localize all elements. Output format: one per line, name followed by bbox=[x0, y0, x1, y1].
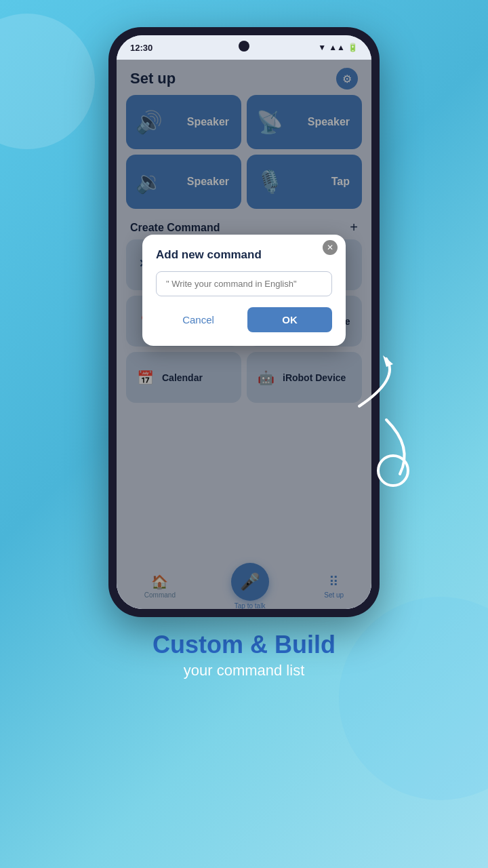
battery-icon: 🔋 bbox=[348, 43, 358, 52]
status-icons: ▼ ▲▲ 🔋 bbox=[318, 43, 358, 52]
status-bar: 12:30 ▼ ▲▲ 🔋 bbox=[117, 35, 371, 60]
dialog-title: Add new command bbox=[156, 248, 332, 262]
status-time: 12:30 bbox=[130, 43, 152, 53]
arrow-annotation bbox=[346, 352, 427, 490]
wifi-icon: ▼ bbox=[318, 43, 326, 52]
app-content: Set up ⚙ 🔊 Speaker 📡 Speaker 🔉 Speaker bbox=[117, 60, 371, 609]
bottom-title: Custom & Build bbox=[152, 631, 336, 659]
svg-marker-0 bbox=[383, 355, 393, 367]
command-input[interactable] bbox=[156, 271, 332, 296]
close-icon[interactable]: ✕ bbox=[323, 240, 338, 255]
cancel-button[interactable]: Cancel bbox=[156, 307, 241, 332]
bottom-subtitle: your command list bbox=[152, 662, 336, 679]
dialog-buttons: Cancel OK bbox=[156, 307, 332, 332]
add-command-dialog: ✕ Add new command Cancel OK bbox=[142, 235, 346, 346]
signal-icon: ▲▲ bbox=[329, 43, 345, 52]
phone-frame: 12:30 ▼ ▲▲ 🔋 Set up ⚙ 🔊 Speaker bbox=[108, 27, 380, 617]
ok-button[interactable]: OK bbox=[247, 307, 332, 332]
bottom-text: Custom & Build your command list bbox=[152, 631, 336, 679]
phone-screen: 12:30 ▼ ▲▲ 🔋 Set up ⚙ 🔊 Speaker bbox=[117, 35, 371, 609]
svg-point-1 bbox=[378, 456, 408, 486]
notch bbox=[239, 41, 249, 52]
